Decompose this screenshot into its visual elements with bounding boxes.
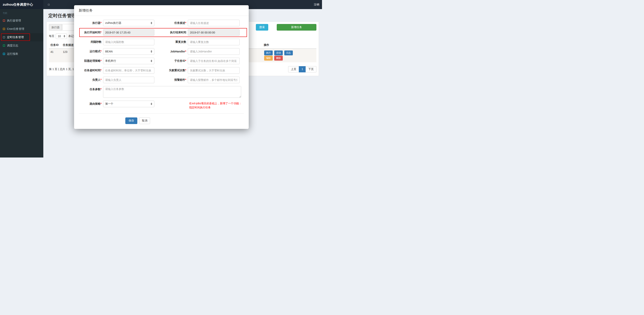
page-size-prefix: 每页 bbox=[49, 35, 54, 38]
repeat-label: 重复次数 bbox=[156, 40, 188, 44]
alarm-email-label: 报警邮件* bbox=[156, 78, 188, 82]
child-task-input[interactable] bbox=[188, 58, 240, 64]
app-brand[interactable]: zuihou任务调度中心 bbox=[0, 0, 43, 9]
delete-button[interactable]: 删除 bbox=[274, 56, 283, 61]
sidebar-item-timed-task[interactable]: 定时任务管理 bbox=[0, 33, 43, 41]
col-header-operations: 操作 bbox=[262, 42, 316, 49]
block-strategy-select[interactable]: 单机串行 bbox=[103, 58, 154, 64]
select-arrows-icon bbox=[151, 50, 152, 53]
alarm-email-input[interactable] bbox=[188, 77, 240, 83]
feature-note: 在xxl-jobs项目的基础上，新增了一个功能： 指定时间执行任务 bbox=[189, 101, 242, 110]
square-icon bbox=[3, 36, 5, 38]
cell-task-id: 41 bbox=[49, 49, 61, 62]
next-page-button[interactable]: 下页 bbox=[306, 66, 316, 72]
jobhandler-label: JobHandler* bbox=[156, 50, 188, 53]
timeout-input[interactable] bbox=[103, 67, 154, 74]
task-param-label: 任务参数* bbox=[79, 86, 103, 91]
retry-label: 失败重试次数* bbox=[156, 69, 188, 72]
task-param-textarea[interactable] bbox=[103, 86, 241, 98]
run-mode-label: 运行模式* bbox=[79, 50, 103, 53]
col-header-task-id: 任务ID bbox=[49, 42, 61, 49]
executor-select[interactable]: zuihou执行器 bbox=[103, 20, 154, 26]
select-value: 10 bbox=[58, 35, 61, 38]
owner-input[interactable] bbox=[103, 77, 154, 83]
owner-label: 负责人* bbox=[79, 78, 103, 82]
task-desc-label: 任务描述* bbox=[156, 21, 188, 25]
repeat-input[interactable] bbox=[188, 39, 240, 45]
task-desc-input[interactable] bbox=[188, 20, 240, 26]
start-time-label: 执行开始时间* bbox=[79, 31, 103, 34]
end-time-input[interactable] bbox=[188, 29, 240, 36]
log-button[interactable]: 日志 bbox=[284, 51, 293, 55]
block-strategy-label: 阻塞处理策略* bbox=[79, 59, 103, 63]
sidebar-toggle-icon[interactable]: □ bbox=[46, 0, 52, 9]
page-size-select[interactable]: 10 bbox=[56, 34, 67, 39]
executor-label: 执行器* bbox=[79, 21, 103, 25]
square-icon bbox=[3, 28, 5, 30]
pager: 上页 1 下页 bbox=[288, 66, 316, 72]
run-mode-select[interactable]: BEAN bbox=[103, 48, 154, 55]
prev-page-button[interactable]: 上页 bbox=[288, 66, 299, 72]
sidebar-item-dispatch-log[interactable]: 调度日志 bbox=[0, 41, 43, 50]
sidebar-item-label: 定时任务管理 bbox=[7, 36, 24, 39]
sidebar-item-executor-manage[interactable]: 执行器管理 bbox=[0, 17, 43, 25]
select-arrows-icon bbox=[151, 22, 152, 24]
start-time-input[interactable] bbox=[103, 29, 154, 36]
sidebar-item-label: 调度日志 bbox=[7, 44, 18, 47]
modal-footer: 保存 取消 bbox=[79, 117, 244, 124]
sidebar-item-label: 执行器管理 bbox=[7, 19, 21, 23]
child-task-label: 子任务ID* bbox=[156, 59, 188, 63]
square-icon bbox=[3, 53, 5, 55]
sidebar: 导航 执行器管理 Cron任务管理 定时任务管理 调度日志 运行报表 bbox=[0, 9, 43, 158]
jobhandler-input[interactable] bbox=[188, 48, 240, 55]
add-task-button[interactable]: 新增任务 bbox=[277, 24, 316, 31]
sidebar-item-label: Cron任务管理 bbox=[7, 27, 24, 31]
select-arrows-icon bbox=[64, 35, 65, 37]
cancel-button[interactable]: 取消 bbox=[139, 117, 150, 124]
row-actions: 执行 启动 日志 编辑 删除 bbox=[264, 50, 295, 61]
square-icon bbox=[3, 20, 5, 22]
sidebar-item-label: 运行报表 bbox=[7, 52, 18, 56]
save-button[interactable]: 保存 bbox=[125, 117, 137, 124]
interval-label: 间隔秒数 bbox=[79, 40, 103, 44]
retry-input[interactable] bbox=[188, 67, 240, 74]
logout-link[interactable]: 注销 bbox=[314, 0, 319, 9]
select-arrows-icon bbox=[151, 60, 152, 62]
add-task-modal: 新增任务 执行器* zuihou执行器 任务描述* 执行开始时间* 执行结束时间 bbox=[74, 5, 249, 129]
search-button[interactable]: 搜索 bbox=[256, 24, 268, 31]
modal-divider bbox=[79, 113, 244, 114]
pagination-info: 第 1 页 ( 总共 1 页, 1 bbox=[49, 68, 74, 71]
sidebar-item-cron-task[interactable]: Cron任务管理 bbox=[0, 25, 43, 33]
route-strategy-select[interactable]: 第一个 bbox=[103, 101, 154, 107]
route-strategy-label: 路由策略* bbox=[79, 101, 103, 106]
end-time-label: 执行结束时间 bbox=[156, 31, 188, 34]
executor-filter-label: 执行器 bbox=[49, 24, 62, 31]
square-icon bbox=[3, 45, 5, 47]
select-arrows-icon bbox=[151, 103, 152, 105]
timeout-label: 任务超时时间* bbox=[79, 69, 103, 72]
sidebar-item-run-report[interactable]: 运行报表 bbox=[0, 50, 43, 58]
sidebar-section-label: 导航 bbox=[0, 9, 43, 17]
modal-title: 新增任务 bbox=[74, 5, 249, 16]
run-button[interactable]: 执行 bbox=[264, 51, 273, 55]
edit-button[interactable]: 编辑 bbox=[264, 56, 273, 61]
start-button[interactable]: 启动 bbox=[274, 51, 283, 55]
interval-input[interactable] bbox=[103, 39, 154, 45]
page-number-button[interactable]: 1 bbox=[299, 66, 306, 72]
